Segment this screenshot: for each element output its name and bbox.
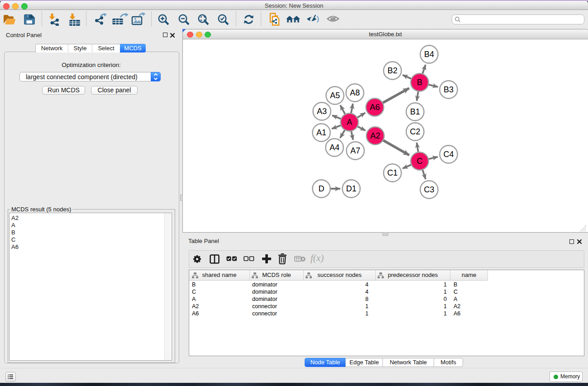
svg-text:A2: A2 bbox=[370, 131, 380, 140]
svg-text:A4: A4 bbox=[330, 143, 339, 152]
svg-text:B3: B3 bbox=[444, 85, 454, 94]
svg-text:A: A bbox=[347, 118, 352, 127]
svg-text:C4: C4 bbox=[443, 150, 454, 159]
svg-text:C2: C2 bbox=[410, 127, 420, 136]
svg-text:B1: B1 bbox=[410, 107, 420, 116]
svg-text:B4: B4 bbox=[424, 50, 434, 59]
svg-text:B: B bbox=[417, 78, 422, 87]
svg-text:A7: A7 bbox=[350, 146, 360, 155]
svg-text:A5: A5 bbox=[330, 91, 340, 100]
svg-text:C1: C1 bbox=[387, 168, 397, 177]
svg-text:A1: A1 bbox=[316, 128, 326, 137]
svg-text:C3: C3 bbox=[424, 185, 434, 194]
svg-text:D1: D1 bbox=[346, 184, 356, 193]
svg-text:C: C bbox=[417, 157, 423, 166]
svg-text:B2: B2 bbox=[387, 66, 397, 75]
svg-text:A6: A6 bbox=[370, 103, 380, 112]
svg-text:A3: A3 bbox=[317, 107, 327, 116]
svg-text:A8: A8 bbox=[350, 88, 360, 97]
svg-text:D: D bbox=[319, 184, 325, 193]
